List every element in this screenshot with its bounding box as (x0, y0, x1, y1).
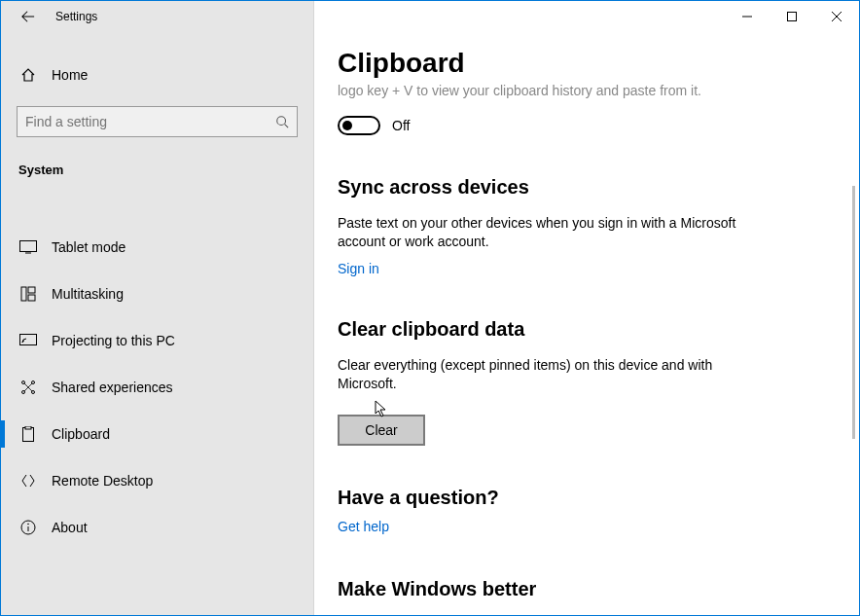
svg-rect-4 (21, 287, 26, 301)
svg-point-0 (277, 117, 286, 126)
tablet-icon (18, 240, 38, 254)
nav-item-about[interactable]: About (1, 504, 313, 551)
svg-rect-13 (25, 426, 31, 429)
back-button[interactable] (9, 1, 48, 32)
search-icon (275, 115, 289, 128)
svg-rect-6 (28, 295, 35, 301)
category-label: System (18, 163, 313, 177)
search-input[interactable] (25, 114, 259, 129)
question-heading: Have a question? (338, 487, 836, 509)
close-button[interactable] (814, 1, 859, 32)
remote-desktop-icon (18, 473, 38, 489)
scrollbar[interactable] (852, 186, 855, 439)
svg-point-16 (27, 524, 29, 525)
signin-link[interactable]: Sign in (338, 261, 379, 276)
nav-item-projecting[interactable]: Projecting to this PC (1, 317, 313, 364)
nav-list: Tablet mode Multitasking Projecting to t… (1, 224, 313, 551)
nav-item-remote-desktop[interactable]: Remote Desktop (1, 457, 313, 504)
history-hint-text: logo key + V to view your clipboard hist… (338, 83, 836, 98)
svg-rect-5 (28, 287, 35, 293)
projecting-icon (18, 334, 38, 347)
svg-line-1 (285, 125, 289, 128)
clipboard-icon (18, 426, 38, 442)
page-title: Clipboard (338, 48, 836, 79)
home-icon (18, 67, 38, 83)
svg-rect-18 (788, 13, 797, 21)
svg-rect-2 (20, 241, 37, 252)
home-nav[interactable]: Home (1, 55, 313, 94)
nav-label: Remote Desktop (52, 473, 153, 489)
nav-label: Multitasking (52, 286, 124, 302)
sync-body: Paste text on your other devices when yo… (338, 214, 746, 251)
back-arrow-icon (21, 10, 35, 23)
window-controls (725, 1, 859, 32)
multitasking-icon (18, 286, 38, 302)
search-box[interactable] (17, 106, 298, 137)
svg-rect-12 (23, 428, 34, 442)
feedback-heading: Make Windows better (338, 578, 836, 600)
toggle-knob-icon (342, 121, 352, 130)
shared-icon (18, 380, 38, 395)
about-icon (18, 520, 38, 535)
minimize-button[interactable] (725, 1, 770, 32)
svg-rect-7 (20, 335, 37, 345)
clear-body: Clear everything (except pinned items) o… (338, 356, 746, 393)
nav-label: Clipboard (52, 426, 110, 442)
nav-item-tablet-mode[interactable]: Tablet mode (1, 224, 313, 271)
nav-label: Shared experiences (52, 380, 173, 395)
nav-item-multitasking[interactable]: Multitasking (1, 271, 313, 317)
nav-item-shared-experiences[interactable]: Shared experiences (1, 364, 313, 411)
home-label: Home (52, 67, 88, 83)
nav-item-clipboard[interactable]: Clipboard (1, 411, 313, 457)
history-toggle-row: Off (338, 116, 836, 135)
nav-label: About (52, 520, 88, 535)
clear-button-label: Clear (365, 422, 397, 438)
clear-button[interactable]: Clear (338, 415, 425, 446)
window-title: Settings (55, 10, 97, 23)
titlebar: Settings (1, 1, 313, 32)
nav-label: Projecting to this PC (52, 333, 175, 348)
content-pane: Clipboard logo key + V to view your clip… (314, 1, 859, 615)
toggle-state-label: Off (392, 118, 410, 133)
settings-window: Settings Home System Tablet mode (0, 0, 860, 616)
maximize-button[interactable] (770, 1, 814, 32)
svg-rect-3 (25, 253, 31, 254)
history-toggle[interactable] (338, 116, 380, 135)
sync-heading: Sync across devices (338, 176, 836, 199)
nav-label: Tablet mode (52, 239, 125, 255)
clear-heading: Clear clipboard data (338, 318, 836, 341)
get-help-link[interactable]: Get help (338, 519, 389, 534)
sidebar: Settings Home System Tablet mode (1, 1, 314, 615)
